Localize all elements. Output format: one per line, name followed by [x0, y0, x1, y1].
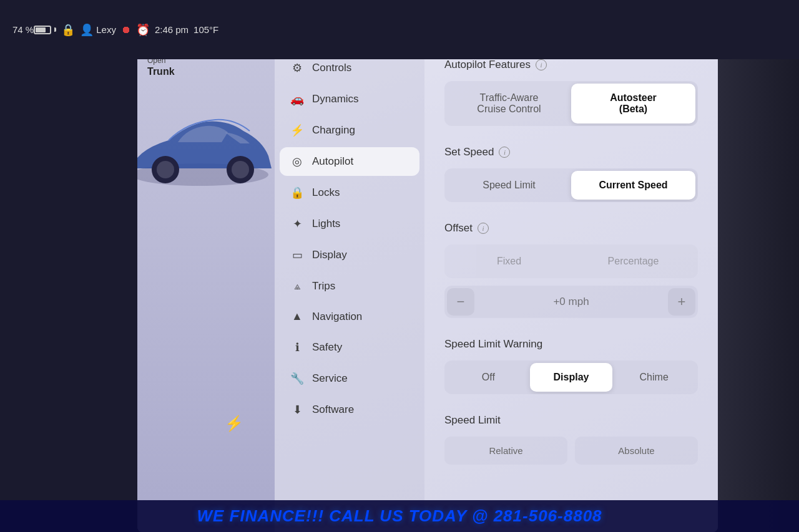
- lightning-bolt-icon: ⚡: [225, 415, 243, 432]
- service-icon: 🔧: [290, 372, 305, 385]
- sidebar-item-display[interactable]: ▭Display: [280, 241, 419, 269]
- svg-point-2: [157, 161, 174, 178]
- trips-icon: ⟁: [290, 279, 305, 293]
- offset-title: Offset i: [444, 222, 698, 235]
- speed-limit-warning-section: Speed Limit Warning OffDisplayChime: [444, 338, 698, 394]
- dynamics-label: Dynamics: [312, 93, 359, 105]
- sidebar-item-service[interactable]: 🔧Service: [280, 364, 419, 393]
- speed-buttons: Speed LimitCurrent Speed: [444, 168, 698, 202]
- absolute-speed-button[interactable]: Absolute: [575, 437, 698, 465]
- controls-label: Controls: [312, 62, 351, 74]
- speed-limit-sub-buttons: RelativeAbsolute: [444, 437, 698, 465]
- charging-label: Charging: [312, 124, 355, 137]
- car-silhouette: [137, 81, 275, 206]
- offset-plus-button[interactable]: +: [668, 288, 695, 316]
- off-warning-button[interactable]: Off: [447, 363, 530, 392]
- sidebar-item-lights[interactable]: ✦Lights: [280, 210, 419, 238]
- svg-point-4: [232, 161, 249, 178]
- alarm-icon: ⏰: [136, 23, 150, 37]
- set-speed-section: Set Speed i Speed LimitCurrent Speed: [444, 146, 698, 202]
- offset-control: − +0 mph +: [444, 286, 698, 318]
- sidebar-item-autopilot[interactable]: ◎Autopilot: [280, 147, 419, 176]
- battery-percentage: 74 %: [12, 24, 34, 35]
- battery-icon: [34, 26, 56, 34]
- navigation-label: Navigation: [312, 311, 362, 323]
- set-speed-info-icon[interactable]: i: [499, 147, 510, 158]
- record-icon: ⏺: [121, 24, 131, 36]
- warning-buttons: OffDisplayChime: [444, 360, 698, 394]
- offset-buttons: FixedPercentage: [444, 244, 698, 278]
- sidebar-item-trips[interactable]: ⟁Trips: [280, 272, 419, 300]
- set-speed-title: Set Speed i: [444, 146, 698, 158]
- autopilot-icon: ◎: [290, 155, 305, 168]
- controls-icon: ⚙: [290, 61, 305, 75]
- features-info-icon[interactable]: i: [536, 59, 547, 70]
- tesla-ui-panel: 🔍 Search Settings 👤 Lexy ⏰ 🏠 🔔 ✱ LTE▌▌▌ …: [137, 0, 718, 532]
- chime-warning-button[interactable]: Chime: [612, 363, 695, 392]
- device-temp: 105°F: [194, 24, 218, 35]
- fixed-button[interactable]: Fixed: [447, 247, 571, 276]
- display-warning-button[interactable]: Display: [530, 363, 613, 392]
- display-label: Display: [312, 249, 347, 261]
- speed-limit-bottom-section: Speed Limit RelativeAbsolute: [444, 414, 698, 465]
- percentage-button[interactable]: Percentage: [571, 247, 695, 276]
- offset-value: +0 mph: [474, 296, 668, 308]
- relative-speed-button[interactable]: Relative: [444, 437, 567, 465]
- service-label: Service: [312, 372, 348, 385]
- device-user: Lexy: [96, 24, 116, 35]
- speed-limit-bottom-title: Speed Limit: [444, 414, 698, 427]
- sidebar-item-charging[interactable]: ⚡Charging: [280, 116, 419, 145]
- software-label: Software: [312, 404, 354, 416]
- safety-label: Safety: [312, 341, 342, 354]
- lights-icon: ✦: [290, 217, 305, 231]
- person-icon: 👤: [80, 23, 94, 37]
- sidebar-item-software[interactable]: ⬇Software: [280, 395, 419, 424]
- navigation-icon: ▲: [290, 310, 305, 323]
- sidebar-item-safety[interactable]: ℹSafety: [280, 333, 419, 362]
- display-icon: ▭: [290, 248, 305, 262]
- main-content: Open Trunk ⚡ ⚙Controls🚗Dynami: [137, 44, 718, 532]
- offset-info-icon[interactable]: i: [478, 223, 489, 234]
- trunk-label: Trunk: [147, 66, 175, 77]
- autopilot-features-section: Autopilot Features i Traffic-Aware Cruis…: [444, 59, 698, 126]
- software-icon: ⬇: [290, 403, 305, 417]
- autopilot-label: Autopilot: [312, 155, 353, 168]
- lock-icon: 🔒: [61, 23, 75, 37]
- autosteer-button[interactable]: Autosteer (Beta): [571, 84, 695, 123]
- autopilot-feature-buttons: Traffic-Aware Cruise ControlAutosteer (B…: [444, 81, 698, 126]
- car-area: Open Trunk ⚡: [137, 44, 275, 532]
- speed-limit-warning-title: Speed Limit Warning: [444, 338, 698, 351]
- locks-label: Locks: [312, 186, 340, 199]
- traffic-aware-button[interactable]: Traffic-Aware Cruise Control: [447, 84, 571, 123]
- locks-icon: 🔒: [290, 186, 305, 200]
- sidebar-item-navigation[interactable]: ▲Navigation: [280, 302, 419, 331]
- speed-limit-button[interactable]: Speed Limit: [447, 171, 571, 200]
- bottom-banner: WE FINANCE!!! CALL US TODAY @ 281-506-88…: [0, 500, 799, 532]
- device-status-bar: 74 % 🔒 👤 Lexy ⏺ ⏰ 2:46 pm 105°F: [0, 0, 799, 59]
- banner-text: WE FINANCE!!! CALL US TODAY @ 281-506-88…: [197, 506, 602, 525]
- autopilot-features-title: Autopilot Features i: [444, 59, 698, 71]
- device-time: 2:46 pm: [155, 24, 189, 35]
- settings-content: Autopilot Features i Traffic-Aware Cruis…: [424, 44, 718, 532]
- device-right-edge: [718, 0, 799, 532]
- dynamics-icon: 🚗: [290, 92, 305, 106]
- trips-label: Trips: [312, 280, 335, 293]
- safety-icon: ℹ: [290, 341, 305, 354]
- current-speed-button[interactable]: Current Speed: [571, 171, 695, 200]
- offset-minus-button[interactable]: −: [447, 288, 474, 316]
- sidebar: ⚙Controls🚗Dynamics⚡Charging◎Autopilot🔒Lo…: [275, 44, 424, 532]
- sidebar-item-locks[interactable]: 🔒Locks: [280, 178, 419, 207]
- lights-label: Lights: [312, 218, 340, 230]
- sidebar-item-dynamics[interactable]: 🚗Dynamics: [280, 85, 419, 114]
- open-trunk-label: Open Trunk: [147, 56, 175, 77]
- charging-icon: ⚡: [290, 123, 305, 137]
- offset-section: Offset i FixedPercentage − +0 mph +: [444, 222, 698, 318]
